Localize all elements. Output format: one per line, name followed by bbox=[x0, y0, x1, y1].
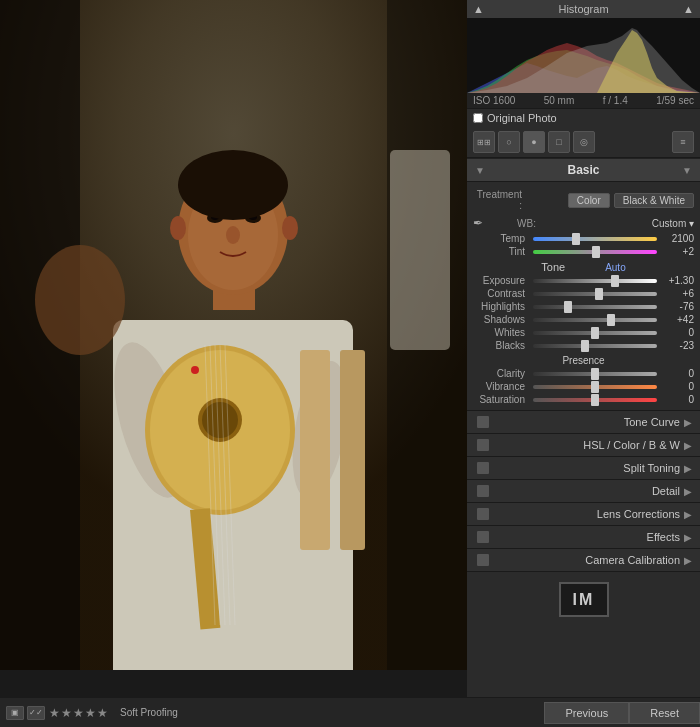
treatment-row: Treatment : Color Black & White bbox=[473, 186, 694, 214]
tint-label: Tint bbox=[473, 246, 531, 257]
effects-chevron: ▶ bbox=[684, 532, 692, 543]
treatment-color-btn[interactable]: Color bbox=[568, 193, 610, 208]
saturation-row: Saturation 0 bbox=[473, 393, 694, 406]
star-2[interactable]: ★ bbox=[61, 706, 72, 720]
saturation-thumb[interactable] bbox=[591, 394, 599, 406]
clarity-row: Clarity 0 bbox=[473, 367, 694, 380]
contrast-thumb[interactable] bbox=[595, 288, 603, 300]
blacks-thumb[interactable] bbox=[581, 340, 589, 352]
svg-point-16 bbox=[170, 216, 186, 240]
clarity-track[interactable] bbox=[533, 372, 657, 376]
histogram-title: Histogram bbox=[558, 3, 608, 15]
basic-panel-header[interactable]: ▼ Basic ▼ bbox=[467, 158, 700, 182]
contrast-track[interactable] bbox=[533, 292, 657, 296]
whites-value: 0 bbox=[659, 327, 694, 338]
tone-curve-chevron: ▶ bbox=[684, 417, 692, 428]
blacks-track[interactable] bbox=[533, 344, 657, 348]
basic-panel-chevron: ▼ bbox=[475, 165, 485, 176]
lens-corrections-left-icon bbox=[475, 508, 491, 520]
tool-slider-icon[interactable]: ≡ bbox=[672, 131, 694, 153]
shadows-value: +42 bbox=[659, 314, 694, 325]
star-4[interactable]: ★ bbox=[85, 706, 96, 720]
bottom-icons: ▣ ✓✓ bbox=[6, 706, 45, 720]
camera-calibration-left-icon bbox=[475, 554, 491, 566]
lens-corrections-label: Lens Corrections bbox=[491, 508, 680, 520]
shadows-row: Shadows +42 bbox=[473, 313, 694, 326]
tone-curve-row[interactable]: Tone Curve ▶ bbox=[467, 410, 700, 433]
histogram-right-icon: ▲ bbox=[683, 3, 694, 15]
detail-row[interactable]: Detail ▶ bbox=[467, 479, 700, 502]
shadows-track[interactable] bbox=[533, 318, 657, 322]
shadows-thumb[interactable] bbox=[607, 314, 615, 326]
tone-auto-btn[interactable]: Auto bbox=[605, 262, 626, 273]
previous-button[interactable]: Previous bbox=[544, 702, 629, 724]
shadows-label: Shadows bbox=[473, 314, 531, 325]
vibrance-row: Vibrance 0 bbox=[473, 380, 694, 393]
tool-square-icon[interactable]: □ bbox=[548, 131, 570, 153]
star-3[interactable]: ★ bbox=[73, 706, 84, 720]
effects-label: Effects bbox=[491, 531, 680, 543]
bottom-icon-2[interactable]: ✓✓ bbox=[27, 706, 45, 720]
lens-corrections-row[interactable]: Lens Corrections ▶ bbox=[467, 502, 700, 525]
hsl-left-icon bbox=[475, 439, 491, 451]
tint-track[interactable] bbox=[533, 250, 657, 254]
histogram-left-icon: ▲ bbox=[473, 3, 484, 15]
svg-rect-33 bbox=[390, 150, 450, 350]
tint-thumb[interactable] bbox=[592, 246, 600, 258]
highlights-thumb[interactable] bbox=[564, 301, 572, 313]
histogram-section: ▲ Histogram ▲ bbox=[467, 0, 700, 109]
whites-label: Whites bbox=[473, 327, 531, 338]
exposure-track[interactable] bbox=[533, 279, 657, 283]
star-1[interactable]: ★ bbox=[49, 706, 60, 720]
effects-row[interactable]: Effects ▶ bbox=[467, 525, 700, 548]
camera-calibration-row[interactable]: Camera Calibration ▶ bbox=[467, 548, 700, 571]
presence-label: Presence bbox=[562, 355, 604, 366]
tool-icons-row: ⊞⊞ ○ ● □ ◎ ≡ bbox=[467, 127, 700, 158]
vibrance-track[interactable] bbox=[533, 385, 657, 389]
clarity-thumb[interactable] bbox=[591, 368, 599, 380]
contrast-value: +6 bbox=[659, 288, 694, 299]
saturation-track[interactable] bbox=[533, 398, 657, 402]
histogram-graph bbox=[467, 18, 700, 93]
eyedropper-icon[interactable]: ✒ bbox=[473, 216, 483, 230]
tone-label: Tone bbox=[541, 261, 565, 273]
star-5[interactable]: ★ bbox=[97, 706, 108, 720]
highlights-track[interactable] bbox=[533, 305, 657, 309]
wb-value[interactable]: Custom ▾ bbox=[652, 218, 694, 229]
tool-circle-icon[interactable]: ○ bbox=[498, 131, 520, 153]
hsl-row[interactable]: HSL / Color / B & W ▶ bbox=[467, 433, 700, 456]
temp-slider-row: Temp 2100 bbox=[473, 232, 694, 245]
split-toning-row[interactable]: Split Toning ▶ bbox=[467, 456, 700, 479]
tool-grid-icon[interactable]: ⊞⊞ bbox=[473, 131, 495, 153]
exposure-thumb[interactable] bbox=[611, 275, 619, 287]
original-photo-checkbox[interactable] bbox=[473, 113, 483, 123]
bottom-icon-1[interactable]: ▣ bbox=[6, 706, 24, 720]
hist-shutter: 1/59 sec bbox=[656, 95, 694, 106]
original-photo-label: Original Photo bbox=[487, 112, 557, 124]
blacks-label: Blacks bbox=[473, 340, 531, 351]
exposure-row: Exposure +1.30 bbox=[473, 274, 694, 287]
temp-thumb[interactable] bbox=[572, 233, 580, 245]
vibrance-thumb[interactable] bbox=[591, 381, 599, 393]
histogram-header: ▲ Histogram ▲ bbox=[467, 0, 700, 18]
treatment-bw-btn[interactable]: Black & White bbox=[614, 193, 694, 208]
whites-row: Whites 0 bbox=[473, 326, 694, 339]
whites-thumb[interactable] bbox=[591, 327, 599, 339]
basic-panel-body: Treatment : Color Black & White ✒ WB: Cu… bbox=[467, 182, 700, 410]
treatment-options: Color Black & White bbox=[568, 193, 694, 208]
reset-button[interactable]: Reset bbox=[629, 702, 700, 724]
tool-ring-icon[interactable]: ◎ bbox=[573, 131, 595, 153]
hist-focal: 50 mm bbox=[544, 95, 575, 106]
tool-dot-icon[interactable]: ● bbox=[523, 131, 545, 153]
camera-calibration-chevron: ▶ bbox=[684, 555, 692, 566]
tint-slider-row: Tint +2 bbox=[473, 245, 694, 258]
detail-left-icon bbox=[475, 485, 491, 497]
temp-track[interactable] bbox=[533, 237, 657, 241]
blacks-value: -23 bbox=[659, 340, 694, 351]
detail-chevron: ▶ bbox=[684, 486, 692, 497]
main-area: ▲ Histogram ▲ bbox=[0, 0, 700, 697]
tone-header: Tone Auto bbox=[473, 258, 694, 274]
wb-row: ✒ WB: Custom ▾ bbox=[473, 214, 694, 232]
temp-label: Temp bbox=[473, 233, 531, 244]
whites-track[interactable] bbox=[533, 331, 657, 335]
